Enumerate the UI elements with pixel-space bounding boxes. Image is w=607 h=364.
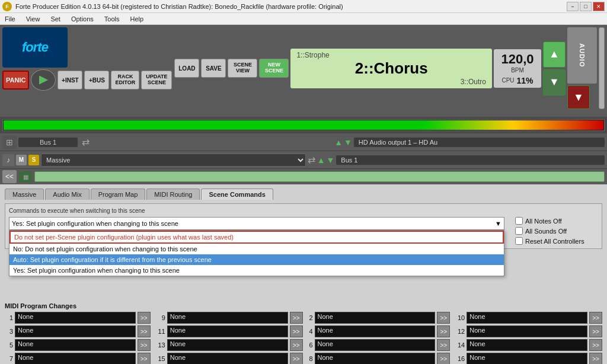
midi-arrow-4[interactable]: >> xyxy=(437,325,450,337)
menu-tools[interactable]: Tools xyxy=(102,15,122,23)
audio-button[interactable]: AUDIO xyxy=(567,27,597,84)
scene-view-button[interactable]: SCENEVIEW xyxy=(228,59,257,78)
ch-dn-2[interactable]: ▼ xyxy=(327,155,335,165)
minimize-button[interactable]: − xyxy=(567,2,579,11)
ch-up-2[interactable]: ▲ xyxy=(317,155,325,165)
midi-arrow-11[interactable]: >> xyxy=(290,325,303,337)
add-inst-button[interactable]: +INST xyxy=(57,71,82,90)
midi-arrow-2[interactable]: >> xyxy=(437,312,450,324)
checkbox-all-sounds-off: All Sounds Off xyxy=(515,227,598,235)
midi-arrow-16[interactable]: >> xyxy=(589,353,602,364)
play-button[interactable]: ▶ xyxy=(31,69,56,91)
scene-current: 2::Chorus xyxy=(296,59,486,78)
channel-route-1: HD Audio output 1 – HD Au xyxy=(354,138,605,147)
new-scene-button[interactable]: NEWSCENE xyxy=(259,59,289,78)
mute-button-2[interactable]: M xyxy=(16,155,27,165)
midi-field-12: None xyxy=(467,325,587,337)
midi-field-7: None xyxy=(15,353,136,364)
menu-view[interactable]: View xyxy=(24,15,43,23)
midi-field-2: None xyxy=(315,312,436,324)
all-sounds-off-label: All Sounds Off xyxy=(525,228,567,235)
dropdown-item-1[interactable]: No: Do not set plugin configuration when… xyxy=(9,244,504,254)
load-button[interactable]: LOAD xyxy=(174,59,199,78)
ch-dn-1[interactable]: ▼ xyxy=(344,138,352,147)
menu-help[interactable]: Help xyxy=(128,15,146,23)
midi-arrow-5[interactable]: >> xyxy=(138,339,151,351)
midi-arrow-10[interactable]: >> xyxy=(589,312,602,324)
midi-arrow-15[interactable]: >> xyxy=(290,353,303,364)
audio-down-button[interactable]: ▼ xyxy=(567,85,590,109)
channel-arrows-2: ▲ ▼ xyxy=(317,155,335,165)
close-button[interactable]: ✕ xyxy=(593,2,605,11)
midi-num-8: 8 xyxy=(305,355,313,362)
midi-arrow-6[interactable]: >> xyxy=(437,339,450,351)
midi-grid: 1 None >> 9 None >> 2 None >> 10 None >>… xyxy=(5,312,602,364)
channel-arrow-icon-1: ⇄ xyxy=(82,136,90,148)
bpm-label: BPM xyxy=(511,67,524,74)
right-scrollbar[interactable] xyxy=(599,27,605,109)
midi-field-5: None xyxy=(15,339,136,351)
commands-label: Commands to execute when switching to th… xyxy=(9,207,598,214)
midi-arrow-7[interactable]: >> xyxy=(138,353,151,364)
channel-select-2[interactable]: Massive xyxy=(41,154,306,167)
tab-bar: Massive Audio Mix Program Map MIDI Routi… xyxy=(0,184,607,200)
maximize-button[interactable]: □ xyxy=(580,2,592,11)
midi-row-4: 4 None >> 12 None >> xyxy=(305,325,603,337)
tab-midi-routing[interactable]: MIDI Routing xyxy=(146,189,200,200)
midi-num-1: 1 xyxy=(5,314,13,321)
save-button[interactable]: SAVE xyxy=(201,59,226,78)
midi-arrow-14[interactable]: >> xyxy=(589,339,602,351)
checkboxes-section: All Notes Off All Sounds Off Reset All C… xyxy=(515,217,598,245)
midi-arrow-3[interactable]: >> xyxy=(138,325,151,337)
tab-audio-mix[interactable]: Audio Mix xyxy=(45,189,89,200)
channel-strip-1: ⊞ Bus 1 ⇄ ▲ ▼ HD Audio output 1 – HD Au xyxy=(0,133,607,151)
midi-arrow-9[interactable]: >> xyxy=(290,312,303,324)
midi-section-label: MIDI Program Changes xyxy=(5,302,602,309)
tab-massive[interactable]: Massive xyxy=(5,189,44,200)
commands-dropdown[interactable]: Yes: Set plugin configuration when chang… xyxy=(9,217,504,230)
midi-field-15: None xyxy=(167,353,288,364)
ch-up-1[interactable]: ▲ xyxy=(334,138,343,147)
scene-up-button[interactable]: ▲ xyxy=(543,41,566,68)
scene-display: 1::Strophe 2::Chorus 3::Outro xyxy=(290,49,492,88)
midi-section: MIDI Program Changes 1 None >> 9 None >>… xyxy=(5,302,602,364)
scene-down-button[interactable]: ▼ xyxy=(543,69,566,95)
panic-button[interactable]: PANIC xyxy=(2,71,29,90)
midi-num-11: 11 xyxy=(157,328,165,335)
menu-file[interactable]: File xyxy=(2,15,18,23)
all-notes-off-checkbox[interactable] xyxy=(515,217,523,225)
menu-options[interactable]: Options xyxy=(69,15,96,23)
progress-bar xyxy=(34,171,605,182)
rack-editor-button[interactable]: RACKEDITOR xyxy=(111,71,139,90)
update-scene-button[interactable]: UPDATESCENE xyxy=(141,71,172,90)
midi-num-4: 4 xyxy=(305,328,313,335)
title-bar-buttons: − □ ✕ xyxy=(567,2,605,11)
midi-field-13: None xyxy=(167,339,288,351)
dropdown-item-2[interactable]: Auto: Set plugin configuration if it is … xyxy=(9,254,504,265)
channel-arrows-1: ▲ ▼ xyxy=(334,138,352,147)
commands-section: Commands to execute when switching to th… xyxy=(5,203,602,249)
toolbar-area: forte PANIC ▶ +INST +BUS RACKEDITOR UPDA… xyxy=(0,25,607,117)
midi-arrow-8[interactable]: >> xyxy=(437,353,450,364)
midi-arrow-13[interactable]: >> xyxy=(290,339,303,351)
midi-arrow-12[interactable]: >> xyxy=(589,325,602,337)
reset-controllers-checkbox[interactable] xyxy=(515,237,523,245)
midi-field-11: None xyxy=(167,325,288,337)
main-content: Commands to execute when switching to th… xyxy=(0,200,607,364)
add-bus-button[interactable]: +BUS xyxy=(84,71,109,90)
midi-row-7: 7 None >> 15 None >> xyxy=(5,353,303,364)
solo-button-2[interactable]: S xyxy=(28,155,39,165)
midi-num-15: 15 xyxy=(157,355,165,362)
menu-set[interactable]: Set xyxy=(48,15,63,23)
dropdown-item-3[interactable]: Yes: Set plugin configuration when chang… xyxy=(9,265,504,276)
midi-field-3: None xyxy=(15,325,136,337)
channel-strip-2: ♪ M S Massive ⇄ ▲ ▼ Bus 1 xyxy=(0,151,607,169)
tab-program-map[interactable]: Program Map xyxy=(91,189,146,200)
midi-field-10: None xyxy=(467,312,587,324)
midi-arrow-1[interactable]: >> xyxy=(138,312,151,324)
tab-scene-commands[interactable]: Scene Commands xyxy=(201,189,273,200)
checkbox-all-notes-off: All Notes Off xyxy=(515,217,598,225)
all-sounds-off-checkbox[interactable] xyxy=(515,227,523,235)
dropdown-item-0[interactable]: Do not set per-Scene plugin configuratio… xyxy=(9,231,504,244)
collapse-button[interactable]: << xyxy=(2,170,17,183)
